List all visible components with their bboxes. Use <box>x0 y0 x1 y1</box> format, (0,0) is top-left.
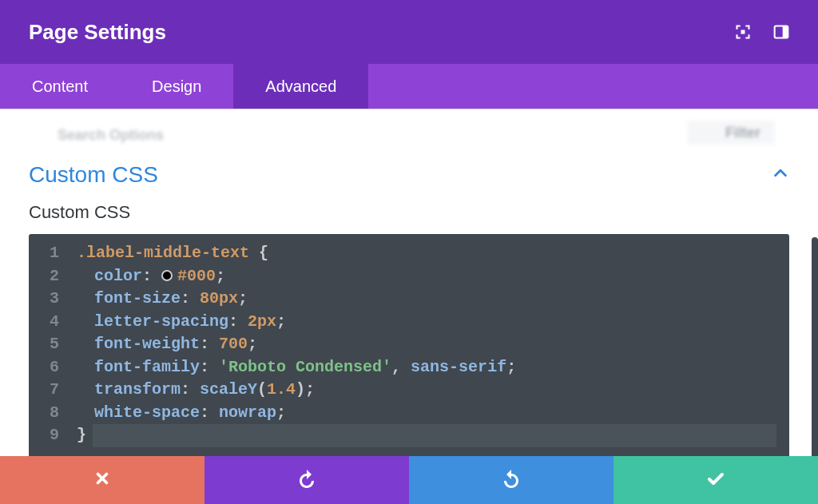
code-content: transform: scaleY(1.4); <box>59 379 315 402</box>
code-line[interactable]: 8white-space: nowrap; <box>29 402 789 425</box>
code-line[interactable]: 4letter-spacing: 2px; <box>29 311 789 334</box>
code-content: white-space: nowrap; <box>59 402 286 425</box>
field-label: Custom CSS <box>29 202 789 223</box>
code-content: font-size: 80px; <box>59 288 248 311</box>
search-options-row: Search Options Filter <box>29 125 789 145</box>
undo-icon <box>297 469 316 491</box>
code-line[interactable]: 5font-weight: 700; <box>29 333 789 356</box>
undo-button[interactable] <box>204 456 409 504</box>
tab-bar: Content Design Advanced <box>0 64 818 109</box>
code-content: font-family: 'Roboto Condensed', sans-se… <box>59 356 516 379</box>
code-line[interactable]: 2color: #000; <box>29 265 789 288</box>
header-actions <box>735 24 789 40</box>
code-line[interactable]: 1.label-middle-text { <box>29 242 789 265</box>
tab-design[interactable]: Design <box>120 64 233 109</box>
filter-chip[interactable]: Filter <box>687 121 775 145</box>
scrollbar[interactable] <box>812 237 818 457</box>
line-number: 6 <box>42 356 59 379</box>
cancel-button[interactable] <box>0 456 204 504</box>
code-content: letter-spacing: 2px; <box>59 311 286 334</box>
code-line[interactable]: 7transform: scaleY(1.4); <box>29 379 789 402</box>
svg-rect-2 <box>783 26 788 38</box>
section-title: Custom CSS <box>29 162 158 188</box>
tab-content[interactable]: Content <box>0 64 120 109</box>
check-icon <box>706 469 725 491</box>
line-number: 8 <box>42 402 59 425</box>
panel-toggle-icon[interactable] <box>773 24 789 40</box>
save-button[interactable] <box>614 456 818 504</box>
code-line[interactable]: 9} <box>29 424 789 447</box>
fullscreen-icon[interactable] <box>735 24 751 40</box>
page-title: Page Settings <box>29 20 735 45</box>
svg-rect-0 <box>741 30 745 34</box>
chevron-up-icon[interactable] <box>772 165 789 185</box>
code-line[interactable]: 3font-size: 80px; <box>29 288 789 311</box>
line-number: 9 <box>42 424 59 447</box>
line-number: 7 <box>42 379 59 402</box>
code-content: } <box>59 424 86 447</box>
redo-button[interactable] <box>409 456 614 504</box>
redo-icon <box>502 469 521 491</box>
search-options-label: Search Options <box>58 127 164 144</box>
close-icon <box>93 470 111 490</box>
line-number: 4 <box>42 311 59 334</box>
line-number: 2 <box>42 265 59 288</box>
code-content: color: #000; <box>59 265 225 288</box>
page-settings-header: Page Settings <box>0 0 818 64</box>
code-content: font-weight: 700; <box>59 333 257 356</box>
section-header[interactable]: Custom CSS <box>29 145 789 202</box>
code-line[interactable]: 6font-family: 'Roboto Condensed', sans-s… <box>29 356 789 379</box>
line-number: 5 <box>42 333 59 356</box>
line-number: 1 <box>42 242 59 265</box>
content-area: Search Options Filter Custom CSS Custom … <box>0 109 818 457</box>
css-code-editor[interactable]: 1.label-middle-text {2color: #000;3font-… <box>29 234 789 457</box>
code-content: .label-middle-text { <box>59 242 268 265</box>
tab-advanced[interactable]: Advanced <box>233 64 368 109</box>
footer-actions <box>0 456 818 504</box>
line-number: 3 <box>42 288 59 311</box>
color-swatch-icon <box>161 270 173 281</box>
